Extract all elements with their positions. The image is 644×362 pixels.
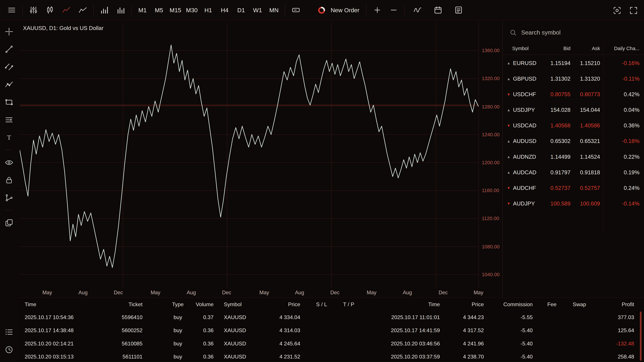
sidebar-separator: [5, 150, 13, 150]
history-row[interactable]: 2025.10.20 03:15:135611101buy0.36XAUUSD4…: [18, 350, 644, 362]
watch-row-usdcad[interactable]: ▼USDCAD1.405681.405860.36%: [503, 118, 644, 133]
volume-bars-icon[interactable]: [96, 2, 112, 18]
crosshair-icon[interactable]: [3, 25, 15, 38]
watch-col-header[interactable]: Symbol: [512, 45, 528, 51]
watch-row-audjpy[interactable]: ▼AUDJPY100.589100.609-0.14%: [503, 196, 644, 211]
history-row[interactable]: 2025.10.17 14:38:485600252buy0.36XAUUSD4…: [18, 324, 644, 337]
timeframe-w1[interactable]: W1: [250, 7, 266, 13]
toolbar-separator: [404, 5, 404, 15]
histogram-icon[interactable]: [112, 2, 129, 18]
watch-row-gbpusd[interactable]: ▲GBPUSD1.313021.31320-0.11%: [503, 71, 644, 87]
history-col-header[interactable]: Price: [259, 301, 300, 308]
history-col-header[interactable]: Commission: [492, 301, 533, 308]
time-axis[interactable]: MayAugDecMayAugDecMayAugDecMayAugDecMay: [20, 289, 479, 298]
candlesticks-icon[interactable]: [42, 2, 58, 18]
menu-icon[interactable]: [3, 2, 20, 18]
trade-list-icon[interactable]: [3, 326, 15, 338]
trendline-icon[interactable]: [3, 43, 15, 55]
history-cell-commission: -5.55: [492, 314, 533, 321]
history-col-header[interactable]: S / L: [308, 301, 336, 308]
history-cell-volume: 0.36: [181, 340, 214, 347]
timeframe-mn[interactable]: MN: [266, 7, 282, 13]
timeframe-d1[interactable]: D1: [233, 7, 250, 13]
price-axis[interactable]: 1040.001080.001120.001160.001200.001240.…: [478, 23, 502, 289]
fullscreen-icon[interactable]: [625, 2, 642, 18]
area-chart-icon[interactable]: [74, 2, 91, 18]
history-cell-volume: 0.36: [181, 354, 214, 360]
calendar-icon[interactable]: [430, 2, 446, 18]
timeframe-m5[interactable]: M5: [151, 7, 167, 13]
lock-icon[interactable]: [3, 174, 15, 186]
history-col-header[interactable]: Price: [443, 301, 484, 308]
layers-icon[interactable]: [3, 217, 15, 229]
history-icon[interactable]: [3, 344, 15, 356]
watch-row-usdjpy[interactable]: ▲USDJPY154.028154.0440.04%: [503, 102, 644, 118]
timeframe-m30[interactable]: M30: [184, 7, 200, 13]
tick-up-icon: ▲: [507, 139, 510, 143]
price-axis-label: 1160.00: [482, 188, 499, 193]
symbol-name: AUDCAD: [513, 169, 536, 175]
daily-change: -0.11%: [602, 76, 640, 82]
history-panel: TimeTicketTypeVolumeSymbolPriceS / LT / …: [18, 298, 644, 362]
toolbar-separator: [132, 5, 132, 15]
watch-row-eurusd[interactable]: ▲EURUSD1.151941.15210-0.16%: [503, 55, 644, 71]
sidebar-separator: [5, 210, 13, 211]
branch-icon[interactable]: [3, 192, 15, 204]
market-watch-panel: SymbolBidAskDaily Cha... ▲EURUSD1.151941…: [502, 20, 644, 298]
symbol-search-input[interactable]: [521, 29, 616, 36]
history-col-header[interactable]: Volume: [181, 301, 214, 308]
eye-icon[interactable]: [3, 156, 15, 169]
tick-down-icon: ▼: [507, 201, 510, 205]
history-header: TimeTicketTypeVolumeSymbolPriceS / LT / …: [18, 298, 644, 311]
zoom-in-icon[interactable]: [369, 2, 385, 18]
price-axis-label: 1120.00: [482, 216, 499, 221]
watch-row-usdchf[interactable]: ▼USDCHF0.807550.807730.42%: [503, 87, 644, 102]
levels-icon[interactable]: [3, 114, 15, 126]
channel-icon[interactable]: [3, 61, 15, 73]
shapes-icon[interactable]: [3, 96, 15, 108]
tick-up-icon: ▲: [507, 170, 510, 174]
watch-col-header[interactable]: Daily Cha...: [602, 45, 640, 51]
news-icon[interactable]: [450, 2, 466, 18]
timeframe-m1[interactable]: M1: [134, 7, 151, 13]
text-icon[interactable]: T: [3, 131, 15, 144]
timeframe-h4[interactable]: H4: [216, 7, 233, 13]
history-cell-volume: 0.36: [181, 327, 214, 334]
history-col-header[interactable]: Time: [358, 301, 440, 308]
tag-icon[interactable]: [288, 2, 304, 18]
tick-up-icon: ▲: [507, 77, 510, 81]
history-row[interactable]: 2025.10.20 02:14:215610085buy0.36XAUUSD4…: [18, 337, 644, 350]
toolbar-separator: [284, 5, 285, 15]
zoom-out-icon[interactable]: [385, 2, 402, 18]
history-col-header[interactable]: Fee: [536, 301, 556, 308]
timeframe-m15[interactable]: M15: [167, 7, 184, 13]
history-cell-ctime: 2025.10.20 03:37:59: [358, 354, 440, 360]
new-order-button[interactable]: New Order: [316, 5, 360, 15]
watch-col-header[interactable]: Ask: [564, 45, 600, 51]
daily-change: 0.19%: [602, 169, 640, 175]
history-cell-commission: -5.40: [492, 327, 533, 334]
history-col-header[interactable]: Ticket: [102, 301, 142, 308]
polyline-icon[interactable]: [3, 78, 15, 91]
tune-icon[interactable]: [25, 2, 42, 18]
daily-change: 0.24%: [602, 185, 640, 191]
watch-row-audnzd[interactable]: ▲AUDNZD1.144991.145240.22%: [503, 149, 644, 165]
search-icon: [509, 28, 517, 36]
price-chart[interactable]: [20, 23, 479, 289]
time-axis-label: May: [260, 290, 269, 296]
symbol-name: AUDUSD: [513, 138, 536, 144]
watch-row-audchf[interactable]: ▼AUDCHF0.527370.527570.24%: [503, 180, 644, 196]
screenshot-icon[interactable]: [608, 2, 625, 18]
history-scrollbar[interactable]: [640, 312, 642, 361]
timeframe-h1[interactable]: H1: [200, 7, 216, 13]
watch-row-audcad[interactable]: ▲AUDCAD0.917970.918180.19%: [503, 165, 644, 180]
history-row[interactable]: 2025.10.17 10:54:365596410buy0.37XAUUSD4…: [18, 311, 644, 324]
indicators-icon[interactable]: [409, 2, 426, 18]
watch-row-audusd[interactable]: ▲AUDUSD0.653020.65321-0.18%: [503, 133, 644, 149]
tick-down-icon: ▼: [507, 123, 510, 128]
history-col-header[interactable]: Profit: [585, 301, 634, 308]
history-col-header[interactable]: Swap: [566, 301, 586, 308]
symbol-name: EURUSD: [513, 60, 536, 66]
price-axis-label: 1040.00: [482, 272, 500, 277]
line-chart-icon[interactable]: [58, 2, 74, 18]
